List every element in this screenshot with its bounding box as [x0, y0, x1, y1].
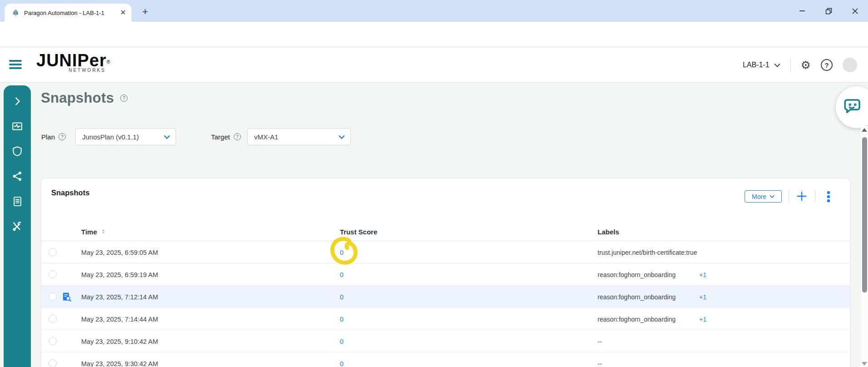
tab-close-icon[interactable]: ✕: [120, 9, 126, 16]
row-time: May 23, 2025, 9:30:42 AM: [81, 352, 158, 367]
window-restore-button[interactable]: [815, 1, 842, 21]
sidebar-item-tools[interactable]: [11, 220, 23, 232]
trust-score-link[interactable]: 0: [340, 330, 343, 352]
sort-icon[interactable]: ▲▼: [102, 229, 105, 234]
row-time: May 23, 2025, 7:14:44 AM: [81, 308, 158, 330]
sidebar-item-topology[interactable]: [11, 170, 23, 182]
row-time: May 23, 2025, 6:59:19 AM: [81, 263, 158, 286]
card-toolbar-divider: [789, 190, 789, 203]
chevron-down-icon: [770, 195, 775, 198]
row-radio[interactable]: [49, 293, 57, 301]
site-name: LAB-1-1: [743, 61, 770, 69]
settings-gear-icon[interactable]: ⚙: [801, 60, 811, 71]
help-icon[interactable]: ?: [821, 59, 833, 71]
trust-score-link[interactable]: 0: [340, 241, 343, 263]
browser-tab[interactable]: Paragon Automation - LAB-1-1 ✕: [5, 4, 132, 22]
hamburger-menu-icon[interactable]: [9, 60, 22, 69]
juniper-logo: JUNIPer® NETWORKS: [36, 51, 110, 73]
feedback-button[interactable]: [836, 86, 868, 128]
trust-score-link[interactable]: 0: [340, 352, 343, 367]
trust-score-link[interactable]: 0: [340, 263, 343, 286]
browser-tab-strip: Paragon Automation - LAB-1-1 ✕ +: [0, 0, 868, 22]
table-row[interactable]: May 23, 2025, 9:10:42 AM 0 --: [41, 330, 850, 352]
app-header: [0, 47, 868, 83]
page-title: Snapshots: [41, 90, 114, 106]
site-picker[interactable]: LAB-1-1: [743, 61, 780, 69]
feedback-chat-icon: [842, 97, 863, 118]
sidebar-nav: [4, 85, 31, 367]
target-select[interactable]: vMX-A1: [247, 128, 351, 145]
favicon-icon: [12, 9, 20, 17]
chevron-down-icon: [338, 135, 345, 139]
user-avatar[interactable]: [843, 58, 857, 72]
sidebar-item-monitoring[interactable]: [11, 120, 23, 132]
more-button[interactable]: More: [745, 190, 782, 203]
scrollbar-down-icon[interactable]: [862, 362, 867, 366]
row-label: --: [598, 330, 602, 352]
plan-select-value: JunosPlan (v0.1.1): [82, 133, 139, 141]
column-header-labels: Labels: [598, 222, 619, 241]
chevron-down-icon: [774, 63, 780, 67]
trust-score-link[interactable]: 0: [340, 286, 343, 308]
tab-title: Paragon Automation - LAB-1-1: [24, 10, 120, 16]
row-radio[interactable]: [49, 248, 57, 256]
row-label: reason:foghorn_onboarding: [598, 308, 676, 330]
snapshot-report-icon[interactable]: [61, 292, 72, 303]
row-label: reason:foghorn_onboarding: [598, 286, 676, 308]
scrollbar-up-icon[interactable]: [862, 128, 867, 132]
sidebar-item-trust[interactable]: [11, 145, 23, 157]
row-time: May 23, 2025, 9:10:42 AM: [81, 330, 158, 352]
brand-registered-mark: ®: [107, 59, 110, 64]
card-menu-icon[interactable]: [827, 191, 830, 202]
target-help-icon[interactable]: ?: [234, 133, 241, 140]
row-label: reason:foghorn_onboarding: [598, 263, 676, 286]
row-label: trust.juniper.net/birth-certificate:true: [598, 241, 697, 263]
target-filter-label: Target: [211, 133, 230, 141]
column-header-trust-score: Trust Score: [340, 222, 378, 241]
table-header: Time ▲▼ Trust Score Labels: [41, 222, 850, 241]
trust-score-link[interactable]: 0: [340, 308, 343, 330]
row-radio[interactable]: [49, 270, 57, 278]
new-tab-button[interactable]: +: [139, 5, 152, 18]
row-radio[interactable]: [49, 315, 57, 323]
add-snapshot-button[interactable]: [795, 190, 808, 203]
row-radio[interactable]: [49, 359, 57, 367]
scrollbar-thumb[interactable]: [862, 137, 867, 293]
chevron-down-icon: [164, 135, 170, 139]
row-time: May 23, 2025, 7:12:14 AM: [81, 286, 158, 308]
header-divider: [790, 58, 791, 72]
plan-filter-label: Plan: [41, 133, 55, 141]
plan-help-icon[interactable]: ?: [59, 133, 66, 140]
page-help-icon[interactable]: ?: [120, 94, 128, 102]
table-row[interactable]: May 23, 2025, 6:59:05 AM 0 trust.juniper…: [41, 241, 850, 263]
column-header-time[interactable]: Time ▲▼: [81, 222, 105, 241]
card-title: Snapshots: [51, 188, 89, 197]
table-row[interactable]: May 23, 2025, 7:14:44 AM 0 reason:foghor…: [41, 308, 850, 330]
label-more-link[interactable]: +1: [699, 286, 706, 308]
target-select-value: vMX-A1: [254, 133, 278, 141]
label-more-link[interactable]: +1: [699, 308, 706, 330]
label-more-link[interactable]: +1: [699, 263, 706, 286]
sidebar-expand-icon[interactable]: [11, 95, 23, 107]
card-toolbar-divider: [815, 190, 815, 203]
brand-name: JUNIPer: [36, 51, 107, 70]
browser-toolbar: Not secure https://100.123.42.100/trust/…: [0, 22, 868, 47]
table-row[interactable]: May 23, 2025, 9:30:42 AM 0 --: [41, 352, 850, 367]
row-time: May 23, 2025, 6:59:05 AM: [81, 241, 158, 263]
row-label: --: [598, 352, 602, 367]
plan-select[interactable]: JunosPlan (v0.1.1): [75, 128, 176, 145]
sidebar-item-reports[interactable]: [11, 195, 23, 207]
window-close-button[interactable]: [842, 1, 868, 21]
table-row-selected[interactable]: May 23, 2025, 7:12:14 AM 0 reason:foghor…: [41, 286, 850, 308]
snapshots-card: Snapshots More Time ▲▼ Trust Score Label…: [41, 178, 851, 367]
scrollbar[interactable]: [861, 126, 868, 367]
table-row[interactable]: May 23, 2025, 6:59:19 AM 0 reason:foghor…: [41, 263, 850, 286]
window-minimize-button[interactable]: [789, 1, 815, 21]
more-button-label: More: [752, 193, 766, 200]
row-radio[interactable]: [49, 337, 57, 345]
